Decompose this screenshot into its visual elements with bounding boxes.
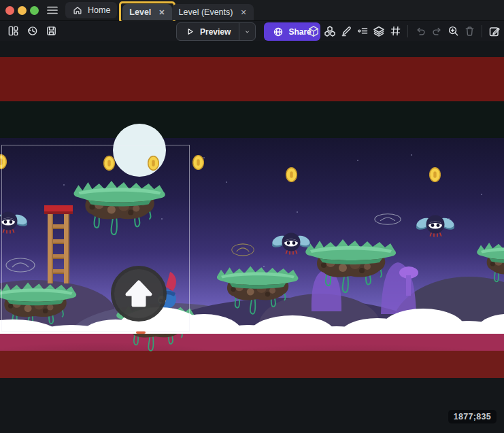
panels-icon [7, 25, 19, 37]
object-groups-icon [324, 25, 336, 37]
close-tab-icon[interactable]: ✕ [158, 8, 165, 17]
zoom-in-icon [448, 25, 459, 37]
toolbar-center-group: Preview Share [176, 22, 320, 41]
grid-icon [390, 25, 401, 37]
properties-button[interactable] [355, 22, 370, 39]
toolbar-left-group [5, 22, 58, 39]
ground-magenta-band [0, 334, 504, 351]
objects-panel-button[interactable] [306, 22, 321, 39]
object-groups-button[interactable] [322, 22, 337, 39]
toolbar-divider [482, 25, 482, 37]
coin-object[interactable] [429, 167, 441, 182]
cloud-layer [0, 299, 504, 334]
trash-icon [464, 25, 475, 37]
coin-object[interactable] [148, 156, 159, 171]
undo-icon [415, 25, 426, 37]
scene-toolbar: Preview Share [0, 21, 504, 41]
tab-bar: Home Level ✕ Level (Events) ✕ [65, 0, 254, 20]
flying-enemy-object[interactable] [272, 230, 310, 257]
platform-object[interactable] [475, 238, 504, 291]
grid-button[interactable] [388, 22, 403, 39]
preview-split-button: Preview [176, 22, 256, 41]
outline-ellipse-object[interactable] [374, 213, 401, 225]
tab-level-label: Level [129, 7, 151, 17]
coin-object[interactable] [192, 155, 204, 170]
tab-home-label: Home [88, 5, 110, 15]
main-menu-button[interactable] [45, 3, 60, 18]
tab-level-events[interactable]: Level (Events) ✕ [172, 4, 254, 20]
minimize-window-button[interactable] [18, 6, 27, 15]
hamburger-icon [46, 4, 58, 16]
tab-level-events-label: Level (Events) [179, 7, 233, 17]
history-button[interactable] [24, 22, 39, 39]
tab-home[interactable]: Home [65, 2, 117, 18]
jump-arrow-button[interactable] [111, 266, 167, 322]
globe-icon [273, 27, 284, 37]
chevron-down-icon [243, 27, 251, 37]
background-red-band-top [0, 57, 504, 101]
pencil-icon [341, 25, 352, 37]
outline-ellipse-object[interactable] [5, 258, 35, 273]
toolbar-divider [407, 25, 408, 37]
window-controls [0, 6, 39, 15]
properties-icon [357, 25, 369, 37]
edit-button[interactable] [339, 22, 354, 39]
preview-options-button[interactable] [239, 23, 255, 40]
delete-button[interactable] [462, 22, 477, 39]
objects-icon [307, 25, 320, 37]
zoom-button[interactable] [446, 22, 460, 39]
coin-object[interactable] [286, 167, 297, 182]
platform-object[interactable] [71, 177, 168, 239]
tab-level[interactable]: Level ✕ [122, 4, 171, 20]
toolbar-right-group [306, 22, 502, 39]
edit-scene-button[interactable] [487, 22, 502, 39]
outline-ellipse-object[interactable] [231, 243, 254, 256]
zoom-window-button[interactable] [30, 6, 39, 15]
flying-enemy-object[interactable] [416, 212, 454, 239]
panels-button[interactable] [5, 22, 20, 39]
arrow-up-icon [123, 278, 154, 309]
cursor-coordinates-badge: 1877;835 [448, 410, 497, 423]
edit-note-icon [488, 25, 501, 37]
close-tab-icon[interactable]: ✕ [240, 8, 246, 17]
redo-icon [431, 25, 443, 37]
titlebar: Home Level ✕ Level (Events) ✕ [0, 0, 504, 21]
home-icon [72, 5, 83, 16]
save-button[interactable] [44, 22, 58, 39]
platform-object[interactable] [303, 235, 399, 296]
undo-button[interactable] [413, 22, 428, 39]
redo-button[interactable] [429, 22, 444, 39]
save-icon [46, 25, 57, 37]
preview-label: Preview [200, 27, 231, 37]
ground-red-band [0, 351, 504, 378]
scene-editor-canvas[interactable]: 1877;835 [0, 41, 504, 433]
play-icon [185, 27, 195, 37]
layers-button[interactable] [371, 22, 386, 39]
preview-button[interactable]: Preview [177, 23, 239, 40]
ladder-object[interactable] [44, 205, 73, 283]
layers-icon [373, 25, 385, 37]
lava-splash [136, 331, 146, 334]
history-icon [27, 25, 38, 37]
flying-enemy-object[interactable] [0, 209, 27, 236]
close-window-button[interactable] [5, 6, 14, 15]
coin-object[interactable] [0, 154, 7, 169]
coin-object[interactable] [103, 156, 115, 171]
